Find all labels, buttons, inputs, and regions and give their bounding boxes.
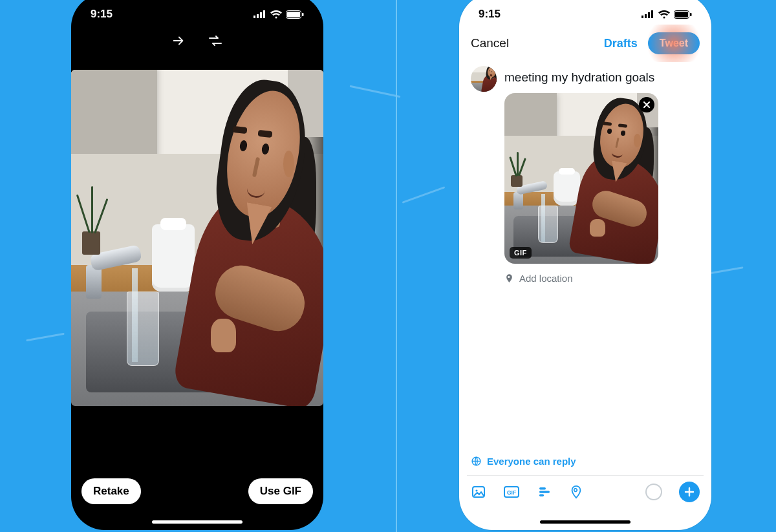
retake-button[interactable]: Retake <box>81 478 141 504</box>
phone-camera-review: 9:15 <box>71 0 323 530</box>
wifi-icon <box>658 10 670 19</box>
status-indicators <box>253 10 304 19</box>
camera-top-controls <box>71 34 323 48</box>
cellular-icon <box>641 10 654 18</box>
svg-point-16 <box>475 489 477 491</box>
svg-rect-0 <box>253 16 255 18</box>
phone-tweet-composer: 9:15 Cancel Drafts Tweet <box>459 0 711 530</box>
svg-text:GIF: GIF <box>507 489 516 496</box>
toolbar-separator <box>467 475 704 476</box>
tweet-button-label: Tweet <box>660 37 688 48</box>
canvas: 9:15 <box>0 0 776 532</box>
poll-icon[interactable] <box>537 484 552 500</box>
svg-rect-21 <box>539 494 544 496</box>
svg-rect-5 <box>287 12 300 17</box>
svg-rect-20 <box>539 491 550 493</box>
svg-rect-6 <box>302 13 304 16</box>
home-indicator <box>540 520 630 524</box>
use-gif-button[interactable]: Use GIF <box>248 478 313 504</box>
svg-rect-9 <box>648 12 650 18</box>
svg-rect-12 <box>675 12 688 17</box>
forward-arrow-icon[interactable] <box>171 34 186 48</box>
status-bar: 9:15 <box>459 4 711 25</box>
drafts-button[interactable]: Drafts <box>604 37 638 50</box>
media-icon[interactable] <box>471 484 486 500</box>
battery-icon <box>286 10 304 19</box>
reply-scope-label: Everyone can reply <box>487 456 576 467</box>
panel-divider <box>396 0 397 532</box>
remove-media-button[interactable] <box>639 97 654 112</box>
avatar[interactable] <box>471 66 497 92</box>
home-indicator <box>152 520 242 524</box>
globe-icon <box>471 456 482 467</box>
compose-text[interactable]: meeting my hydration goals <box>504 66 654 86</box>
wifi-icon <box>270 10 282 19</box>
plus-icon <box>684 487 695 497</box>
gif-badge: GIF <box>510 247 532 259</box>
svg-rect-1 <box>257 14 259 18</box>
attached-media[interactable]: GIF <box>504 93 658 264</box>
cancel-button[interactable]: Cancel <box>471 36 509 50</box>
switch-camera-icon[interactable] <box>208 34 223 48</box>
captured-gif-preview <box>71 70 323 406</box>
svg-rect-2 <box>260 12 262 18</box>
add-location-label: Add location <box>519 273 573 284</box>
svg-rect-10 <box>651 10 653 18</box>
status-bar: 9:15 <box>71 4 323 25</box>
status-indicators <box>641 10 692 19</box>
svg-rect-8 <box>645 14 647 18</box>
svg-rect-3 <box>263 10 265 18</box>
reply-scope-button[interactable]: Everyone can reply <box>471 456 576 467</box>
compose-toolbar: GIF <box>467 477 704 507</box>
status-time: 9:15 <box>479 8 501 21</box>
status-time: 9:15 <box>91 8 113 21</box>
gif-icon[interactable]: GIF <box>503 484 520 500</box>
svg-rect-7 <box>641 16 643 18</box>
battery-icon <box>674 10 692 19</box>
svg-rect-13 <box>690 13 692 16</box>
add-thread-button[interactable] <box>679 482 700 502</box>
svg-rect-19 <box>539 487 546 490</box>
cellular-icon <box>253 10 266 18</box>
location-pin-icon <box>504 273 514 283</box>
close-icon <box>643 101 650 108</box>
char-count-ring <box>645 484 662 500</box>
location-icon[interactable] <box>569 484 583 500</box>
add-location-button[interactable]: Add location <box>504 273 573 284</box>
tweet-button[interactable]: Tweet <box>648 32 700 54</box>
